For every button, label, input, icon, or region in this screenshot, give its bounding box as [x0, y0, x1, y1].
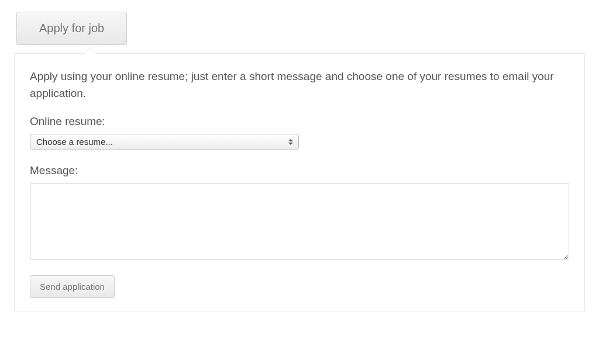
panel-pointer-icon: [83, 47, 97, 54]
application-panel: Apply using your online resume; just ent…: [14, 53, 585, 311]
intro-text: Apply using your online resume; just ent…: [30, 68, 569, 102]
resume-select-wrap: Choose a resume...: [30, 134, 299, 150]
message-textarea[interactable]: [30, 183, 569, 260]
message-label: Message:: [30, 164, 569, 177]
apply-for-job-button[interactable]: Apply for job: [16, 12, 127, 45]
resume-select[interactable]: Choose a resume...: [30, 134, 299, 150]
send-application-button[interactable]: Send application: [30, 275, 115, 298]
online-resume-label: Online resume:: [30, 115, 569, 128]
application-panel-wrap: Apply using your online resume; just ent…: [14, 53, 585, 311]
